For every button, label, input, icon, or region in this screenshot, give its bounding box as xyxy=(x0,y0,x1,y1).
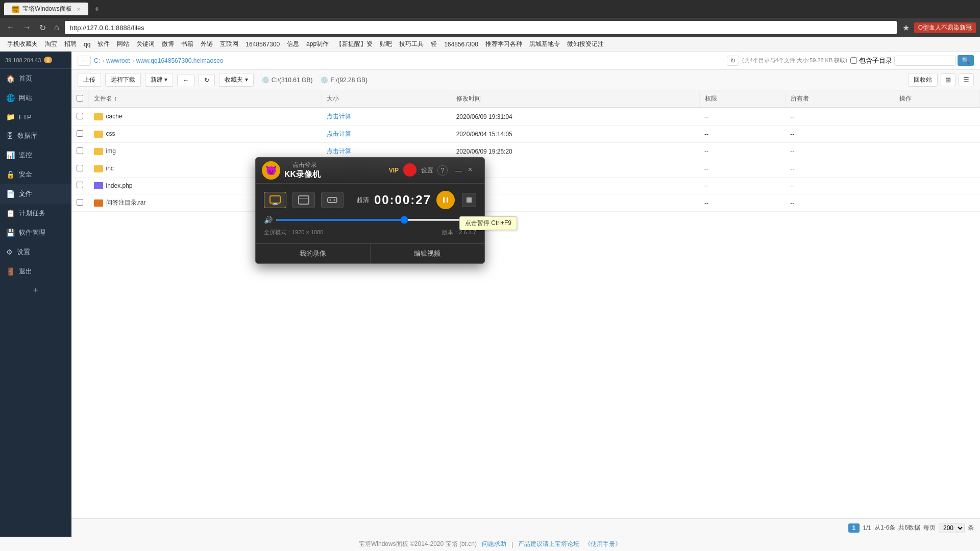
select-all-checkbox[interactable] xyxy=(77,95,83,102)
size-link[interactable]: 点击计算 xyxy=(327,130,351,137)
file-name[interactable]: css xyxy=(106,130,115,137)
bm-tixing[interactable]: 【新提醒】资 xyxy=(333,39,376,49)
bm-wangzhan[interactable]: 网站 xyxy=(114,39,132,49)
sidebar-add-btn[interactable]: + xyxy=(0,281,71,300)
page-number[interactable]: 1 xyxy=(848,523,860,533)
home-btn[interactable]: ⌂ xyxy=(52,22,62,33)
bm-tieba[interactable]: 贴吧 xyxy=(377,39,395,49)
file-name[interactable]: cache xyxy=(106,113,122,120)
search-input[interactable] xyxy=(894,56,955,66)
kk-close-btn[interactable]: × xyxy=(468,165,478,176)
volume-slider[interactable] xyxy=(276,219,462,221)
kk-pause-btn[interactable] xyxy=(436,191,455,209)
row-checkbox[interactable] xyxy=(77,165,83,171)
refresh-btn[interactable]: ↻ xyxy=(37,22,48,34)
include-subdir-checkbox[interactable] xyxy=(850,57,857,64)
file-name[interactable]: inc xyxy=(106,165,114,172)
sidebar-item-settings[interactable]: ⚙ 设置 xyxy=(0,242,71,262)
file-name[interactable]: img xyxy=(106,147,116,155)
recycle-btn[interactable]: 回收站 xyxy=(908,73,938,87)
size-link[interactable]: 点击计算 xyxy=(327,147,351,155)
bm-shouji[interactable]: 手机收藏夹 xyxy=(4,39,41,49)
collect-dropdown-btn[interactable]: 收藏夹 ▾ xyxy=(219,73,253,87)
kk-vip-label[interactable]: VIP xyxy=(389,167,399,174)
upload-btn[interactable]: 上传 xyxy=(78,73,101,87)
kk-mode-screen-btn[interactable] xyxy=(264,192,286,208)
view-list-btn[interactable]: ☰ xyxy=(959,73,974,86)
sidebar-item-logout[interactable]: 🚪 退出 xyxy=(0,262,71,281)
bm-weizhi[interactable]: 微知投资记注 xyxy=(564,39,607,49)
bm-wailian[interactable]: 外链 xyxy=(198,39,216,49)
sidebar-item-security[interactable]: 🔒 安全 xyxy=(0,165,71,184)
active-tab[interactable]: 宝 宝塔Windows面板 × xyxy=(4,3,88,15)
kk-login-btn[interactable]: 点击登录 xyxy=(292,161,321,169)
star-btn[interactable]: ★ xyxy=(900,22,912,34)
file-name[interactable]: 问答注目录.rar xyxy=(106,199,146,206)
kk-stop-btn[interactable] xyxy=(462,193,476,207)
path-current[interactable]: www.qq1648567300.heimaoseo xyxy=(136,57,224,64)
file-name[interactable]: index.php xyxy=(106,182,133,189)
bm-heicheng[interactable]: 黑城基地专 xyxy=(526,39,563,49)
bm-1648[interactable]: 1648567300 xyxy=(242,40,283,49)
owner: -- xyxy=(785,178,894,194)
kk-my-recordings-btn[interactable]: 我的录像 xyxy=(256,244,371,263)
kk-minimize-btn[interactable]: — xyxy=(455,166,462,174)
toolbar-back-btn[interactable]: ← xyxy=(177,74,194,86)
footer-manual-link[interactable]: 《使用手册》 xyxy=(584,540,621,548)
back-btn[interactable]: ← xyxy=(4,22,17,33)
sidebar-item-tasks[interactable]: 📋 计划任务 xyxy=(0,204,71,223)
new-tab-btn[interactable]: + xyxy=(91,5,102,14)
sidebar-item-software[interactable]: 💾 软件管理 xyxy=(0,223,71,242)
sidebar-item-ftp[interactable]: 📁 FTP xyxy=(0,108,71,126)
row-checkbox[interactable] xyxy=(77,130,83,137)
footer-help-link[interactable]: 问题求助 xyxy=(482,540,506,548)
breadcrumb-back-btn[interactable]: ← xyxy=(78,56,91,66)
toolbar-refresh-btn[interactable]: ↻ xyxy=(199,74,215,86)
kk-popup[interactable]: 😈 点击登录 KK录像机 VIP 设置 ? — × xyxy=(255,157,485,264)
sidebar-item-files[interactable]: 📄 文件 xyxy=(0,184,71,204)
path-c[interactable]: C: xyxy=(94,57,100,64)
bm-guanjian[interactable]: 关键词 xyxy=(133,39,158,49)
forward-btn[interactable]: → xyxy=(20,22,34,33)
sidebar-item-monitor[interactable]: 📊 监控 xyxy=(0,145,71,165)
bm-app[interactable]: app制作 xyxy=(303,39,332,49)
bm-1648b[interactable]: 1648567300 xyxy=(441,40,481,49)
bm-jiqiao[interactable]: 技巧工具 xyxy=(396,39,427,49)
bm-taobao[interactable]: 淘宝 xyxy=(42,39,60,49)
row-checkbox[interactable] xyxy=(77,182,83,188)
row-checkbox[interactable] xyxy=(77,147,83,154)
kk-settings-btn[interactable]: 设置 xyxy=(421,166,433,175)
owner: -- xyxy=(785,160,894,178)
row-checkbox[interactable] xyxy=(77,113,83,119)
camera-btn[interactable]: 📷 xyxy=(465,214,476,226)
bm-ruanjian[interactable]: 软件 xyxy=(94,39,113,49)
kk-mode-window-btn[interactable] xyxy=(292,192,315,208)
view-grid-btn[interactable]: ⊞ xyxy=(941,73,955,86)
kk-help-btn[interactable]: ? xyxy=(437,165,448,176)
bm-weibo[interactable]: 微博 xyxy=(159,39,177,49)
row-checkbox[interactable] xyxy=(77,199,83,206)
bm-qq[interactable]: qq xyxy=(81,40,93,49)
bm-xinxi[interactable]: 信息 xyxy=(284,39,302,49)
bm-qing[interactable]: 轻 xyxy=(428,39,440,49)
new-dropdown-btn[interactable]: 新建 ▾ xyxy=(145,73,173,87)
search-btn[interactable]: 🔍 xyxy=(958,55,974,66)
bm-hulianwang[interactable]: 互联网 xyxy=(217,39,241,49)
size-link[interactable]: 点击计算 xyxy=(327,113,351,120)
tab-close-btn[interactable]: × xyxy=(77,6,80,12)
sidebar-item-home[interactable]: 🏠 首页 xyxy=(0,69,71,88)
breadcrumb-refresh-btn[interactable]: ↻ xyxy=(727,56,739,66)
per-page-select[interactable]: 200 100 50 xyxy=(939,523,965,533)
kk-edit-video-btn[interactable]: 编辑视频 xyxy=(371,244,485,263)
remote-dl-btn[interactable]: 远程下载 xyxy=(105,73,141,87)
address-bar[interactable] xyxy=(65,21,897,34)
bookmark-highlight[interactable]: O型血人不易染新冠 xyxy=(914,22,976,33)
bm-shuji[interactable]: 书籍 xyxy=(178,39,197,49)
sidebar-item-database[interactable]: 🗄 数据库 xyxy=(0,126,71,145)
bm-zhaopin[interactable]: 招聘 xyxy=(61,39,80,49)
footer-product-link[interactable]: 产品建议请上宝塔论坛 xyxy=(518,540,579,548)
kk-mode-game-btn[interactable] xyxy=(321,192,344,208)
bm-tuijian[interactable]: 推荐学习各种 xyxy=(482,39,525,49)
sidebar-item-website[interactable]: 🌐 网站 xyxy=(0,88,71,108)
path-wwwroot[interactable]: wwwroot xyxy=(106,57,130,64)
